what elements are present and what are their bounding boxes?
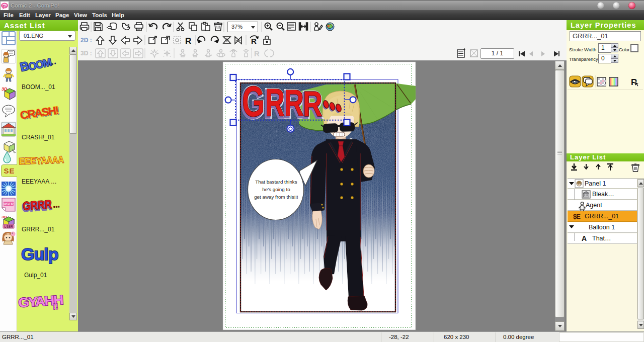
svg-text:Gulp: Gulp <box>21 244 58 264</box>
svg-text:GRRR: GRRR <box>22 197 52 213</box>
svg-text:Gulp_01: Gulp_01 <box>24 272 47 279</box>
svg-text:EEE: EEE <box>19 155 36 166</box>
svg-text:USER: USER <box>4 202 13 206</box>
svg-text:Po: Po <box>3 5 7 8</box>
svg-text:3D: 3D <box>2 87 8 92</box>
svg-text:R: R <box>251 37 257 45</box>
svg-text:...: ... <box>47 56 57 67</box>
svg-text:YAAAA: YAAAA <box>36 154 64 166</box>
svg-text:!!: !! <box>52 302 58 311</box>
svg-text:That bastard thinks: That bastard thinks <box>255 179 297 185</box>
svg-text:3D: 3D <box>2 215 7 219</box>
svg-text:GRRR..._01: GRRR..._01 <box>22 226 55 233</box>
svg-text:CRASH!_01: CRASH!_01 <box>22 134 55 141</box>
svg-text:R: R <box>185 36 191 46</box>
svg-text:get away from this!!!: get away from this!!! <box>254 194 298 200</box>
svg-text:...: ... <box>53 200 60 209</box>
svg-text:$E: $E <box>573 213 581 220</box>
svg-text:A: A <box>582 234 587 242</box>
svg-text:he's going to: he's going to <box>262 187 290 192</box>
svg-text:R: R <box>254 49 260 58</box>
svg-text:CRASH!: CRASH! <box>19 104 59 122</box>
svg-text:USER: USER <box>4 225 13 228</box>
svg-text:EEEYAAA …: EEEYAAA … <box>22 178 57 185</box>
svg-text:BOOM..._01: BOOM..._01 <box>22 83 55 91</box>
